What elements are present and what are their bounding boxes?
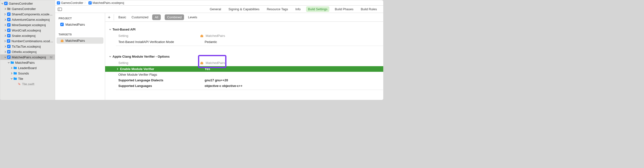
filter-all[interactable]: All (152, 14, 160, 20)
xcode-window: GamesController GamesController SharedCo… (0, 0, 383, 100)
col-setting: Setting (118, 34, 200, 38)
chevron-down-icon[interactable] (108, 55, 112, 58)
chevron-down-icon[interactable] (4, 56, 6, 59)
col-target: MatchedPairs (206, 34, 225, 38)
setting-value[interactable]: Pedantic (204, 40, 217, 44)
tab-resource-tags[interactable]: Resource Tags (265, 6, 290, 12)
nav-item[interactable]: TicTacToe.xcodeproj (0, 44, 55, 49)
chevron-down-icon[interactable] (1, 2, 4, 5)
folder-icon (7, 7, 11, 11)
column-header: Setting MatchedPairs (105, 59, 383, 66)
ch레adcrumb-separator: 〉 (84, 1, 87, 5)
nav-item[interactable]: NumberCombinations.xcodeproj (0, 38, 55, 44)
nav-item[interactable]: AdventureGame.xcodeproj (0, 17, 55, 22)
nav-item[interactable]: Othello.xcodeproj (0, 49, 55, 54)
folder-icon (10, 61, 14, 65)
nav-item-label: MineSweeper.xcodeproj (12, 23, 46, 27)
editor-tabs-bar: General Signing & Capabilities Resource … (55, 6, 383, 13)
tab-build-rules[interactable]: Build Rules (359, 6, 379, 12)
chevron-right-icon[interactable] (4, 50, 6, 53)
section-title: Apple Clang Module Verifier - Options (112, 55, 170, 58)
nav-item[interactable]: Tile (0, 76, 55, 81)
setting-value[interactable]: objective-c objective-c++ (204, 84, 242, 88)
breadcrumb[interactable]: GamesController 〉 MatchedPairs.xcodeproj (55, 0, 383, 6)
project-item[interactable]: MatchedPairs (56, 21, 104, 28)
folder-icon (13, 77, 17, 81)
filter-basic[interactable]: Basic (117, 14, 128, 20)
tab-build-phases[interactable]: Build Phases (333, 6, 355, 12)
targets-heading: TARGETS (55, 30, 105, 37)
project-icon (7, 55, 11, 59)
tab-general[interactable]: General (208, 6, 223, 12)
nav-root-label: GamesController (9, 2, 33, 5)
chevron-down-icon[interactable] (10, 77, 13, 80)
setting-row-selected[interactable]: Enable Module Verifier Yes (105, 66, 383, 72)
tab-signing[interactable]: Signing & Capabilities (226, 6, 261, 12)
nav-item-label: LeaderBoard (18, 66, 36, 70)
setting-row[interactable]: Text-Based InstallAPI Verification Mode … (105, 39, 383, 45)
nav-item[interactable]: MineSweeper.xcodeproj (0, 22, 55, 28)
target-item[interactable]: MatchedPairs (56, 37, 104, 44)
nav-item-label: GamesController (12, 7, 36, 11)
nav-item-selected[interactable]: MatchedPairs.xcodeproj M (0, 54, 55, 60)
project-icon (7, 23, 11, 27)
nav-item[interactable]: GamesController (0, 6, 55, 11)
filter-levels[interactable]: Levels (186, 14, 199, 20)
nav-item-label: Snake.xcodeproj (12, 34, 36, 38)
project-icon (7, 18, 11, 21)
nav-item[interactable]: Tile.swift (0, 81, 55, 87)
setting-value[interactable]: Yes (204, 67, 210, 71)
chevron-right-icon[interactable] (4, 29, 6, 32)
setting-name: Enable Module Verifier (120, 67, 154, 71)
chevron-down-icon[interactable] (7, 61, 10, 64)
filter-customized[interactable]: Customized (130, 14, 150, 20)
chevron-right-icon[interactable] (4, 13, 6, 16)
setting-row[interactable]: Other Module Verifier Flags (105, 72, 383, 78)
chevron-right-icon[interactable] (4, 40, 6, 42)
toggle-sidebar-icon[interactable] (57, 7, 62, 12)
breadcrumb-item[interactable]: MatchedPairs.xcodeproj (93, 1, 124, 5)
add-setting-button[interactable] (108, 14, 114, 20)
nav-root[interactable]: GamesController (0, 1, 55, 6)
chevron-right-icon[interactable] (4, 18, 6, 21)
nav-item-label: AdventureGame.xcodeproj (12, 18, 50, 21)
filter-combined[interactable]: Combined (165, 14, 184, 20)
chevron-right-icon[interactable] (4, 7, 6, 10)
project-icon (56, 1, 60, 5)
nav-item-label: Othello.xcodeproj (12, 50, 36, 54)
nav-item[interactable]: WordCraft.xcodeproj (0, 28, 55, 33)
divider (116, 46, 383, 46)
nav-item[interactable]: Sounds (0, 71, 55, 76)
nav-item-label: TicTacToe.xcodeproj (12, 45, 41, 48)
chevron-down-icon[interactable] (108, 28, 112, 31)
nav-item-label: Tile (18, 77, 23, 81)
scm-status: M (50, 55, 54, 59)
section-heading[interactable]: Apple Clang Module Verifier - Options (105, 54, 383, 59)
setting-row[interactable]: Supported Languages objective-c objectiv… (105, 83, 383, 89)
project-targets-list: PROJECT MatchedPairs TARGETS MatchedPair… (55, 13, 105, 100)
breadcrumb-item[interactable]: GamesController (61, 1, 83, 5)
tab-build-settings[interactable]: Build Settings (306, 6, 330, 12)
chevron-right-icon[interactable] (4, 23, 6, 26)
editor-area: GamesController 〉 MatchedPairs.xcodeproj… (55, 0, 383, 100)
project-navigator[interactable]: GamesController GamesController SharedCo… (0, 0, 55, 100)
chevron-right-icon[interactable] (10, 66, 13, 69)
project-icon (7, 28, 11, 32)
chevron-right-icon[interactable] (4, 34, 6, 37)
project-icon (7, 44, 11, 48)
tab-info[interactable]: Info (293, 6, 303, 12)
setting-row[interactable]: Supported Language Dialects gnu17 gnu++2… (105, 78, 383, 83)
setting-value[interactable]: gnu17 gnu++20 (204, 78, 228, 82)
nav-item-label: MatchedPairs (15, 61, 34, 65)
section-heading[interactable]: Text-Based API (105, 27, 383, 32)
settings-body: Text-Based API Setting MatchedPairs Text… (105, 22, 383, 100)
chevron-right-icon[interactable] (116, 68, 119, 71)
nav-item[interactable]: LeaderBoard (0, 65, 55, 71)
chevron-right-icon[interactable] (10, 72, 13, 75)
column-header: Setting MatchedPairs (105, 32, 383, 39)
nav-item[interactable]: Snake.xcodeproj (0, 33, 55, 38)
nav-item[interactable]: SharedComponents.xcodeproj (0, 11, 55, 17)
chevron-right-icon[interactable] (4, 45, 6, 48)
project-icon (4, 1, 8, 5)
nav-item[interactable]: MatchedPairs (0, 60, 55, 65)
